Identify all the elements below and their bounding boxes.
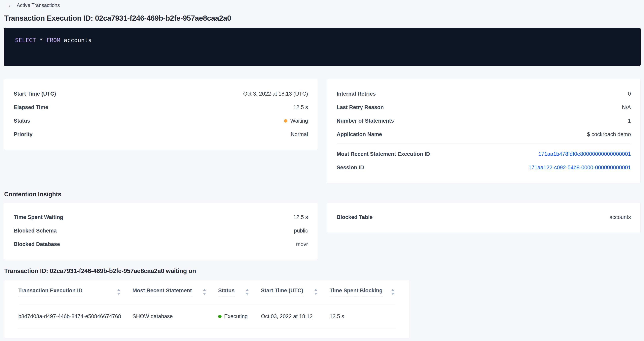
sort-arrows-icon bbox=[116, 288, 121, 296]
page-title: Transaction Execution ID: 02ca7931-f246-… bbox=[4, 14, 644, 22]
blocked-database-row: Blocked Database movr bbox=[14, 238, 308, 251]
sort-arrows-icon bbox=[390, 288, 395, 296]
cell-status-text: Executing bbox=[224, 313, 248, 320]
sort-arrows-icon bbox=[245, 288, 250, 296]
waiting-on-table-card: Transaction Execution ID Most Recent Sta… bbox=[4, 280, 410, 338]
blocked-table-label: Blocked Table bbox=[337, 214, 373, 220]
priority-row: Priority Normal bbox=[14, 128, 308, 141]
blocked-table-value: accounts bbox=[610, 214, 631, 220]
session-id-link[interactable]: 171aa122-c092-54b8-0000-000000000001 bbox=[528, 165, 631, 171]
statement-execution-id-label: Most Recent Statement Execution ID bbox=[337, 151, 430, 157]
cell-transaction-execution-id: b8d7d03a-d497-446b-8474-e50846674768 bbox=[18, 304, 132, 329]
column-label: Start Time (UTC) bbox=[261, 288, 303, 296]
cell-status: Executing bbox=[218, 304, 261, 329]
column-label: Status bbox=[218, 288, 235, 296]
cell-time-spent-blocking: 12.5 s bbox=[330, 304, 396, 329]
time-spent-waiting-row: Time Spent Waiting 12.5 s bbox=[14, 210, 308, 224]
start-time-label: Start Time (UTC) bbox=[14, 91, 56, 97]
application-name-label: Application Name bbox=[337, 131, 382, 137]
contention-cards-row: Time Spent Waiting 12.5 s Blocked Schema… bbox=[4, 202, 640, 260]
priority-value: Normal bbox=[290, 131, 308, 137]
waiting-status-dot-icon bbox=[284, 119, 288, 123]
blocked-schema-label: Blocked Schema bbox=[14, 228, 57, 234]
column-header-time-spent-blocking[interactable]: Time Spent Blocking bbox=[330, 280, 396, 304]
statement-execution-id-link[interactable]: 171aa1b478fdf0e80000000000000001 bbox=[538, 151, 631, 157]
application-name-value: $ cockroach demo bbox=[587, 131, 631, 137]
status-value: Waiting bbox=[284, 118, 308, 124]
start-time-row: Start Time (UTC) Oct 3, 2022 at 18:13 (U… bbox=[14, 87, 308, 100]
sort-arrows-icon bbox=[202, 288, 207, 296]
active-transaction-details-page: ← Active Transactions Transaction Execut… bbox=[0, 0, 644, 341]
table-header-row: Transaction Execution ID Most Recent Sta… bbox=[18, 280, 396, 304]
session-id-label: Session ID bbox=[337, 165, 364, 171]
column-header-transaction-execution-id[interactable]: Transaction Execution ID bbox=[18, 280, 132, 304]
column-header-most-recent-statement[interactable]: Most Recent Statement bbox=[132, 280, 218, 304]
column-header-start-time[interactable]: Start Time (UTC) bbox=[261, 280, 330, 304]
back-arrow-icon: ← bbox=[8, 2, 13, 8]
status-row: Status Waiting bbox=[14, 114, 308, 128]
sql-star: * bbox=[40, 37, 43, 43]
blocked-database-label: Blocked Database bbox=[14, 241, 60, 247]
waiting-on-heading: Transaction ID: 02ca7931-f246-469b-b2fe-… bbox=[4, 268, 644, 275]
last-retry-reason-row: Last Retry Reason N/A bbox=[337, 100, 631, 114]
breadcrumb-label: Active Transactions bbox=[17, 2, 60, 8]
statement-execution-id-row: Most Recent Statement Execution ID 171aa… bbox=[337, 147, 631, 161]
card-divider bbox=[337, 144, 631, 144]
contention-waiting-card: Time Spent Waiting 12.5 s Blocked Schema… bbox=[4, 202, 318, 260]
number-of-statements-label: Number of Statements bbox=[337, 118, 394, 124]
blocked-database-value: movr bbox=[296, 241, 308, 247]
overview-cards-row: Start Time (UTC) Oct 3, 2022 at 18:13 (U… bbox=[4, 79, 640, 183]
back-link-active-transactions[interactable]: ← Active Transactions bbox=[8, 2, 60, 8]
last-retry-reason-value: N/A bbox=[622, 104, 631, 110]
timing-card: Start Time (UTC) Oct 3, 2022 at 18:13 (U… bbox=[4, 79, 318, 150]
waiting-transactions-table: Transaction Execution ID Most Recent Sta… bbox=[18, 280, 396, 329]
blocked-table-row: Blocked Table accounts bbox=[337, 210, 631, 224]
cell-most-recent-statement: SHOW database bbox=[132, 304, 218, 329]
internal-retries-label: Internal Retries bbox=[337, 91, 376, 97]
number-of-statements-row: Number of Statements 1 bbox=[337, 114, 631, 128]
internal-retries-value: 0 bbox=[628, 91, 631, 97]
details-card: Internal Retries 0 Last Retry Reason N/A… bbox=[327, 79, 641, 183]
cell-start-time: Oct 03, 2022 at 18:12 bbox=[261, 304, 330, 329]
last-retry-reason-label: Last Retry Reason bbox=[337, 104, 384, 110]
application-name-row: Application Name $ cockroach demo bbox=[337, 128, 631, 141]
status-value-text: Waiting bbox=[290, 118, 308, 124]
time-spent-waiting-value: 12.5 s bbox=[293, 214, 308, 220]
sql-keyword-select: SELECT bbox=[15, 37, 36, 43]
contention-insights-heading: Contention Insights bbox=[4, 191, 644, 198]
sql-keyword-from: FROM bbox=[46, 37, 60, 43]
start-time-value: Oct 3, 2022 at 18:13 (UTC) bbox=[243, 91, 308, 97]
priority-label: Priority bbox=[14, 131, 32, 137]
sql-statement-box: SELECT * FROM accounts bbox=[4, 28, 640, 66]
session-id-row: Session ID 171aa122-c092-54b8-0000-00000… bbox=[337, 161, 631, 174]
sort-arrows-icon bbox=[314, 288, 318, 296]
column-header-status[interactable]: Status bbox=[218, 280, 261, 304]
elapsed-time-value: 12.5 s bbox=[293, 104, 308, 110]
elapsed-time-label: Elapsed Time bbox=[14, 104, 48, 110]
status-label: Status bbox=[14, 118, 30, 124]
column-label: Time Spent Blocking bbox=[330, 288, 383, 296]
time-spent-waiting-label: Time Spent Waiting bbox=[14, 214, 63, 220]
blocked-schema-value: public bbox=[294, 228, 308, 234]
internal-retries-row: Internal Retries 0 bbox=[337, 87, 631, 100]
blocked-schema-row: Blocked Schema public bbox=[14, 224, 308, 238]
table-row: b8d7d03a-d497-446b-8474-e50846674768 SHO… bbox=[18, 304, 396, 329]
executing-status-dot-icon bbox=[218, 315, 222, 318]
sql-table-name: accounts bbox=[64, 37, 92, 43]
contention-blocked-card: Blocked Table accounts bbox=[327, 202, 641, 233]
elapsed-time-row: Elapsed Time 12.5 s bbox=[14, 100, 308, 114]
number-of-statements-value: 1 bbox=[628, 118, 631, 124]
column-label: Transaction Execution ID bbox=[18, 288, 82, 296]
column-label: Most Recent Statement bbox=[132, 288, 192, 296]
